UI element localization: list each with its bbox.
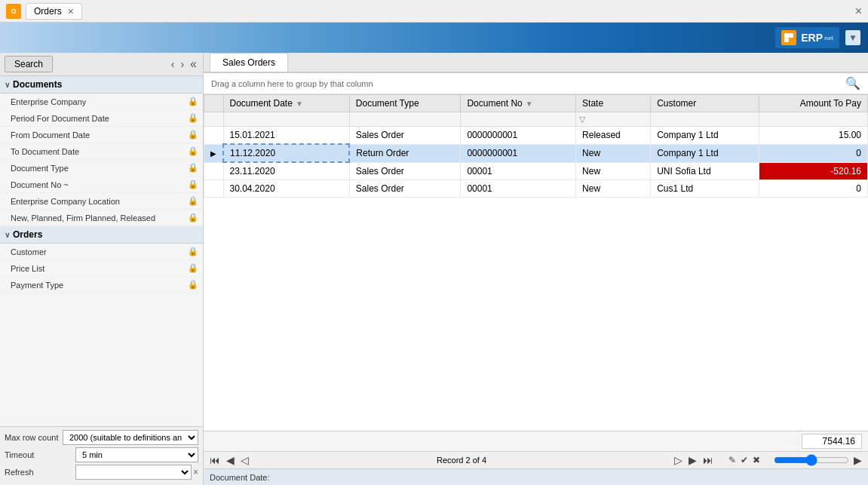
nav-cancel-btn[interactable]: ✖ [751,455,762,465]
filter-price-list: Price List 🔒 [0,260,203,277]
documents-label: Documents [13,79,62,90]
col-customer[interactable]: Customer [651,95,759,112]
documents-section-header[interactable]: ∨ Documents [0,76,203,94]
col-document-no[interactable]: Document No ▼ [461,95,576,112]
row2-state: New [576,144,651,162]
title-bar: O Orders × × [0,0,868,23]
svg-rect-0 [784,33,789,38]
drag-hint-bar: Drag a column here to group by that colu… [204,73,868,94]
filter-enterprise-company-icon[interactable]: 🔒 [188,97,198,106]
filter-document-type-icon[interactable]: 🔒 [188,163,198,173]
nav-right-btn[interactable]: ▶ [852,454,863,466]
timeout-select[interactable]: 5 min [75,447,198,462]
refresh-select[interactable] [75,465,192,480]
left-panel-bottom: Max row count 2000 (suitable to definiti… [0,426,203,485]
filter-customer: Customer 🔒 [0,244,203,260]
tab-sales-orders[interactable]: Sales Orders [210,53,288,72]
filter-customer-label: Customer [11,247,188,256]
filter-payment-type-icon[interactable]: 🔒 [188,280,198,290]
max-row-count-label: Max row count [5,433,60,442]
filter-to-doc-date-icon[interactable]: 🔒 [188,146,198,156]
filter-document-no-icon[interactable]: 🔒 [188,180,198,189]
filter-from-doc-date-icon[interactable]: 🔒 [188,130,198,140]
col-document-date[interactable]: Document Date ▼ [223,95,349,112]
top-banner: ERP net ▼ [0,23,868,53]
nav-prev-btn[interactable]: ‹ [170,58,176,70]
filter-state-label: New, Planned, Firm Planned, Released [11,213,188,223]
nav-scroll-bar[interactable] [774,456,849,464]
col-amount-label: Amount To Pay [800,98,861,109]
filter-enterprise-company-location: Enterprise Company Location 🔒 [0,193,203,210]
status-bar: Document Date: [204,468,868,485]
row2-doc-no: 0000000001 [461,144,576,162]
filter-period-doc-date: Period For Document Date 🔒 [0,110,203,127]
nav-bar: ⏮ ◀ ◁ Record 2 of 4 ▷ ▶ ⏭ ✎ ✔ ✖ ▶ [204,451,868,468]
row2-doc-type: Return Order [349,144,461,162]
table-row[interactable]: 15.01.2021 Sales Order 0000000001 Releas… [204,127,868,145]
app-icon: O [6,4,21,19]
filter-funnel-icon[interactable]: ▽ [579,115,585,124]
row2-indicator: ▶ [204,144,224,162]
erp-icon [781,30,796,45]
filter-price-list-label: Price List [11,264,188,273]
max-row-count-row: Max row count 2000 (suitable to definiti… [5,430,198,445]
table-row[interactable]: ▶ 11.12.2020 Return Order 0000000001 New… [204,144,868,162]
nav-record-info: Record 2 of 4 [393,456,529,465]
row3-state: New [576,162,651,180]
svg-rect-2 [784,38,789,42]
row1-doc-type: Sales Order [349,127,461,145]
table-search-icon[interactable]: 🔍 [845,76,860,91]
max-row-count-select[interactable]: 2000 (suitable to definitions an [63,430,198,445]
filter-to-doc-date: To Document Date 🔒 [0,143,203,160]
status-text: Document Date: [210,473,269,482]
filter-price-list-icon[interactable]: 🔒 [188,263,198,273]
window-close-btn[interactable]: × [855,5,862,18]
row4-state: New [576,180,651,198]
nav-edit-btn[interactable]: ✎ [727,455,738,465]
row2-doc-date: 11.12.2020 [223,144,349,162]
nav-prev2-btn[interactable]: ◀ [225,454,236,466]
nav-save-btn[interactable]: ✔ [739,455,750,465]
col-amount[interactable]: Amount To Pay [759,95,868,112]
nav-next-btn[interactable]: › [179,58,186,70]
table-row[interactable]: 23.11.2020 Sales Order 00001 New UNI Sof… [204,162,868,180]
row3-doc-no: 00001 [461,162,576,180]
nav-next2-btn[interactable]: ▶ [687,454,698,466]
filter-state-icon[interactable]: 🔒 [188,213,198,223]
filter-payment-type: Payment Type 🔒 [0,277,203,293]
nav-next-btn[interactable]: ▷ [673,454,684,466]
col-document-type[interactable]: Document Type [349,95,461,112]
filter-customer-icon[interactable]: 🔒 [188,247,198,256]
table-row[interactable]: 30.04.2020 Sales Order 00001 New Cus1 Lt… [204,180,868,198]
row2-amount: 0 [759,144,868,162]
title-tab[interactable]: Orders × [26,3,82,20]
filter-state: New, Planned, Firm Planned, Released 🔒 [0,210,203,226]
filter-cell-state: ▽ [576,112,651,127]
table-filter-row: ▽ [204,112,868,127]
filter-to-doc-date-label: To Document Date [11,147,188,156]
filter-cell-amount [759,112,868,127]
tab-close-btn[interactable]: × [68,5,74,17]
filter-period-doc-date-icon[interactable]: 🔒 [188,113,198,123]
search-button[interactable]: Search [5,56,53,72]
nav-first-btn[interactable]: ⏮ [208,454,222,466]
nav-prev-btn[interactable]: ◁ [239,454,250,466]
banner-settings-icon[interactable]: ▼ [845,30,860,45]
row4-indicator [204,180,224,198]
table-container: Document Date ▼ Document Type Document N… [204,94,868,431]
orders-section-header[interactable]: ∨ Orders [0,226,203,244]
total-value: 7544.16 [802,434,862,449]
refresh-clear-btn[interactable]: × [193,467,198,477]
filter-cell-type [349,112,461,127]
filter-ent-company-loc-label: Enterprise Company Location [11,197,188,206]
row4-amount: 0 [759,180,868,198]
nav-expand-btn[interactable]: « [189,57,198,71]
nav-last-btn[interactable]: ⏭ [701,454,715,466]
filter-from-doc-date: From Document Date 🔒 [0,127,203,143]
refresh-wrap: × [75,465,198,480]
col-state-label: State [582,98,603,109]
col-state[interactable]: State [576,95,651,112]
table-total-bar: 7544.16 [204,431,868,451]
row3-doc-type: Sales Order [349,162,461,180]
filter-ent-company-loc-icon[interactable]: 🔒 [188,196,198,206]
